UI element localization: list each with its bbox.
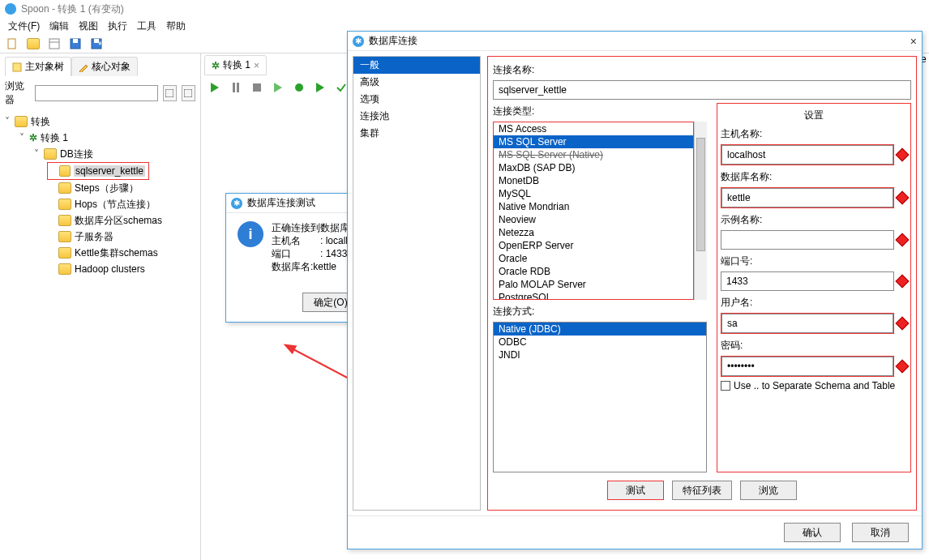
browse-button[interactable]: 浏览 <box>740 481 797 500</box>
type-opt[interactable]: MS SQL Server (Native) <box>494 148 693 161</box>
conn-type-list[interactable]: MS Access MS SQL Server MS SQL Server (N… <box>493 122 694 300</box>
cancel-button[interactable]: 取消 <box>852 523 909 542</box>
info-icon: i <box>238 221 263 247</box>
type-scrollbar[interactable] <box>694 122 707 300</box>
conn-mode-list[interactable]: Native (JDBC) ODBC JNDI <box>493 322 707 472</box>
dialog-icon: ✱ <box>353 36 364 47</box>
pass-input[interactable] <box>721 357 893 376</box>
type-opt[interactable]: OpenERP Server <box>494 239 693 252</box>
mode-opt[interactable]: JNDI <box>494 348 706 361</box>
folder-icon <box>58 247 71 259</box>
pass-label: 密码: <box>721 339 907 353</box>
svg-rect-0 <box>8 39 15 49</box>
stop-icon[interactable] <box>250 80 264 95</box>
cat-advanced[interactable]: 高级 <box>353 74 480 91</box>
type-opt[interactable]: Netezza <box>494 226 693 239</box>
conn-type-label: 连接类型: <box>493 105 707 118</box>
save-icon[interactable] <box>68 36 83 51</box>
save-as-icon[interactable]: * <box>89 36 104 51</box>
category-list[interactable]: 一般 高级 选项 连接池 集群 <box>353 56 481 511</box>
tree-hadoop[interactable]: Hadoop clusters <box>3 261 197 277</box>
test-button[interactable]: 测试 <box>607 481 664 500</box>
folder-icon <box>15 116 28 127</box>
tab-core-objects[interactable]: 核心对象 <box>71 57 138 76</box>
port-input[interactable] <box>721 271 894 291</box>
use-sep-checkbox[interactable]: Use .. to Separate Schema and Table <box>721 380 907 391</box>
menu-tools[interactable]: 工具 <box>137 19 156 33</box>
cat-general[interactable]: 一般 <box>353 57 480 74</box>
svg-rect-4 <box>73 39 78 43</box>
tree-kettle[interactable]: Kettle集群schemas <box>3 245 197 261</box>
type-opt[interactable]: Oracle RDB <box>494 265 693 278</box>
tree-hops[interactable]: Hops（节点连接） <box>3 196 197 212</box>
type-opt[interactable]: MySQL <box>494 187 693 200</box>
var-icon[interactable] <box>896 148 910 162</box>
folder-icon <box>58 199 71 210</box>
dbname-input[interactable] <box>721 188 893 207</box>
type-opt[interactable]: PostgreSQL <box>494 291 693 300</box>
menu-help[interactable]: 帮助 <box>166 19 186 33</box>
type-opt-selected[interactable]: MS SQL Server <box>494 135 693 148</box>
preview-icon[interactable] <box>271 80 285 95</box>
host-input[interactable] <box>721 145 893 165</box>
var-icon[interactable] <box>896 360 910 374</box>
tree-dbconn[interactable]: ˅DB连接 <box>3 146 197 162</box>
browser-search-input[interactable] <box>35 85 158 101</box>
tree-slave[interactable]: 子服务器 <box>3 229 197 245</box>
instance-label: 示例名称: <box>721 213 907 227</box>
tab-core-objects-label: 核心对象 <box>92 60 131 74</box>
pause-icon[interactable] <box>229 80 243 95</box>
replay-icon[interactable] <box>313 80 328 95</box>
type-opt[interactable]: Neoview <box>494 213 693 226</box>
app-icon <box>5 3 16 15</box>
tab-trans1[interactable]: ✲转换 1× <box>204 55 267 75</box>
menu-edit[interactable]: 编辑 <box>49 19 69 33</box>
type-opt[interactable]: Native Mondrian <box>494 200 693 213</box>
object-tree[interactable]: ˅转换 ˅✲转换 1 ˅DB连接 sqlserver_kettle Steps（… <box>0 110 200 280</box>
user-input[interactable] <box>721 314 893 333</box>
tree-root[interactable]: ˅转换 <box>3 113 197 130</box>
tree-trans1[interactable]: ˅✲转换 1 <box>3 130 197 146</box>
type-opt[interactable]: MonetDB <box>494 174 693 187</box>
svg-text:*: * <box>98 40 102 50</box>
type-opt[interactable]: Palo MOLAP Server <box>494 278 693 291</box>
expand-all-icon[interactable] <box>163 85 177 101</box>
type-opt[interactable]: MaxDB (SAP DB) <box>494 161 693 174</box>
mode-opt-selected[interactable]: Native (JDBC) <box>494 323 706 336</box>
left-panel: 主对象树 核心对象 浏览器 ˅转换 ˅✲转换 1 ˅DB连接 sqlserver… <box>0 53 201 560</box>
tree-db-sqlserver[interactable]: sqlserver_kettle <box>47 162 149 180</box>
svg-point-11 <box>295 83 303 92</box>
menu-view[interactable]: 视图 <box>79 19 98 33</box>
dbname-label: 数据库名称: <box>721 170 907 184</box>
feature-list-button[interactable]: 特征列表 <box>672 481 732 500</box>
new-file-icon[interactable] <box>5 36 19 51</box>
debug-icon[interactable] <box>292 80 306 95</box>
dialog-db-connection-titlebar[interactable]: ✱ 数据库连接 × <box>348 32 922 51</box>
type-opt[interactable]: MS Access <box>494 122 693 135</box>
folder-icon <box>44 148 57 160</box>
collapse-all-icon[interactable] <box>182 85 195 101</box>
cat-cluster[interactable]: 集群 <box>353 125 480 142</box>
cat-pool[interactable]: 连接池 <box>353 108 480 125</box>
var-icon[interactable] <box>896 317 910 331</box>
menu-exec[interactable]: 执行 <box>108 19 127 33</box>
var-icon[interactable] <box>896 233 910 247</box>
tree-part[interactable]: 数据库分区schemas <box>3 212 197 229</box>
close-tab-icon[interactable]: × <box>254 60 259 71</box>
tree-steps[interactable]: Steps（步骤） <box>3 180 197 196</box>
type-opt[interactable]: Oracle <box>494 252 693 265</box>
cat-options[interactable]: 选项 <box>353 91 480 108</box>
open-folder-icon[interactable] <box>26 36 41 51</box>
var-icon[interactable] <box>896 275 910 289</box>
run-icon[interactable] <box>208 80 222 95</box>
conn-name-input[interactable] <box>493 80 911 100</box>
mode-opt[interactable]: ODBC <box>494 336 706 348</box>
instance-input[interactable] <box>721 230 894 250</box>
svg-rect-1 <box>49 39 59 49</box>
menu-file[interactable]: 文件(F) <box>8 19 40 33</box>
close-icon[interactable]: × <box>910 35 917 48</box>
ok-button[interactable]: 确认 <box>784 523 841 542</box>
explore-icon[interactable] <box>47 36 62 51</box>
var-icon[interactable] <box>896 191 910 205</box>
tab-object-tree[interactable]: 主对象树 <box>5 57 71 76</box>
